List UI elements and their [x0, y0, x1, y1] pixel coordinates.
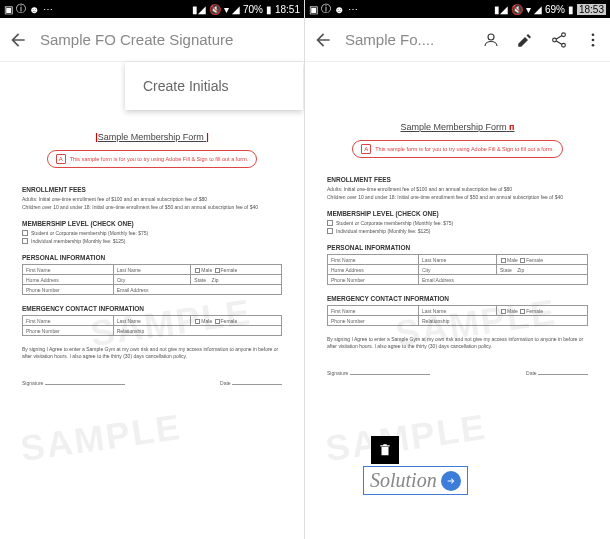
signature-text-box[interactable]: Solution [363, 466, 468, 495]
menu-dots-icon[interactable] [584, 31, 602, 49]
enrollment-title: ENROLLMENT FEES [22, 186, 282, 193]
signature-text: Solution [370, 469, 437, 492]
profile-icon[interactable] [482, 31, 500, 49]
agreement-text: By signing I Agree to enter a Sample Gym… [327, 336, 588, 349]
membership-opt1[interactable]: Student or Corporate membership (Monthly… [327, 220, 588, 226]
battery-icon: ▮ [568, 4, 574, 15]
battery-icon: ▮ [266, 4, 272, 15]
mute-icon: 🔇 [209, 4, 221, 15]
app-header: Sample Fo.... [305, 18, 610, 62]
membership-opt1[interactable]: Student or Corporate membership (Monthly… [22, 230, 282, 236]
enrollment-line1: Adults: Initial one-time enrollment fee … [327, 186, 588, 192]
doc-title: |Sample Membership Form | [22, 132, 282, 142]
date-field[interactable] [232, 377, 282, 385]
doc-title: Sample Membership Form п [327, 122, 588, 132]
date-field[interactable] [538, 367, 588, 375]
app-header: Sample FO Create Signature [0, 18, 304, 62]
emergency-title: EMERGENCY CONTACT INFORMATION [22, 305, 282, 312]
checkbox-icon[interactable] [22, 230, 28, 236]
checkbox-icon[interactable] [327, 228, 333, 234]
checkbox-icon[interactable] [327, 220, 333, 226]
enrollment-title: ENROLLMENT FEES [327, 176, 588, 183]
vibrate-icon: ▮◢ [494, 4, 508, 15]
trash-icon [378, 443, 392, 457]
more-icon: ⋯ [348, 4, 358, 15]
signature-field[interactable] [45, 377, 125, 385]
status-bar: ▣ ⓘ ☻ ⋯ ▮◢ 🔇 ▾ ◢ 70% ▮ 18:51 [0, 0, 304, 18]
mute-icon: 🔇 [511, 4, 523, 15]
smile-icon: ☻ [29, 4, 40, 15]
svg-point-5 [592, 38, 595, 41]
battery-text: 70% [243, 4, 263, 15]
signal-icon: ◢ [232, 4, 240, 15]
menu-create-initials[interactable]: Create Initials [125, 62, 303, 110]
personal-table[interactable]: First NameLast NameMale Female Home Addr… [327, 254, 588, 285]
signature-overlay: Solution [363, 436, 468, 495]
info-icon: ⓘ [321, 2, 331, 16]
vibrate-icon: ▮◢ [192, 4, 206, 15]
svg-point-1 [562, 32, 566, 36]
signal-icon: ◢ [534, 4, 542, 15]
info-pill: AThis sample form is for you to try usin… [352, 140, 563, 158]
a-icon: A [56, 154, 66, 164]
wifi-icon: ▾ [526, 4, 531, 15]
page-title: Sample FO Create Signature [40, 31, 296, 48]
enrollment-line2: Children over 10 and under 18: Initial o… [327, 194, 588, 200]
back-arrow-icon[interactable] [8, 30, 28, 50]
membership-opt2[interactable]: Individual membership (Monthly fee: $125… [327, 228, 588, 234]
svg-point-4 [592, 33, 595, 36]
sign-icon[interactable] [516, 31, 534, 49]
status-bar: ▣ ⓘ ☻ ⋯ ▮◢ 🔇 ▾ ◢ 69% ▮ 18:53 [305, 0, 610, 18]
watermark: SAMPLE [18, 406, 184, 470]
checkbox-icon[interactable] [22, 238, 28, 244]
emergency-table[interactable]: First NameLast NameMale Female Phone Num… [22, 315, 282, 336]
document-area[interactable]: SAMPLE SAMPLE Sample Membership Form п A… [305, 62, 610, 539]
svg-point-6 [592, 43, 595, 46]
clock: 18:53 [577, 4, 606, 15]
personal-title: PERSONAL INFORMATION [22, 254, 282, 261]
more-icon: ⋯ [43, 4, 53, 15]
menu-popup: Create Initials [125, 62, 303, 110]
membership-title: MEMBERSHIP LEVEL (CHECK ONE) [22, 220, 282, 227]
info-pill: AThis sample form is for you to try usin… [47, 150, 258, 168]
delete-signature-button[interactable] [371, 436, 399, 464]
membership-opt2[interactable]: Individual membership (Monthly fee: $125… [22, 238, 282, 244]
signature-row: Signature Date [22, 377, 282, 386]
info-icon: ⓘ [16, 2, 26, 16]
image-icon: ▣ [4, 4, 13, 15]
battery-text: 69% [545, 4, 565, 15]
agreement-text: By signing I Agree to enter a Sample Gym… [22, 346, 282, 359]
svg-point-0 [488, 34, 494, 40]
a-icon: A [361, 144, 371, 154]
page-title: Sample Fo.... [345, 31, 482, 48]
clock: 18:51 [275, 4, 300, 15]
wifi-icon: ▾ [224, 4, 229, 15]
personal-table[interactable]: First NameLast NameMale Female Home Addr… [22, 264, 282, 295]
enrollment-line1: Adults: Initial one-time enrollment fee … [22, 196, 282, 202]
signature-row: Signature Date [327, 367, 588, 376]
signature-field[interactable] [350, 367, 430, 375]
back-arrow-icon[interactable] [313, 30, 333, 50]
svg-point-2 [553, 38, 557, 42]
document-area[interactable]: SAMPLE SAMPLE |Sample Membership Form | … [0, 62, 304, 539]
image-icon: ▣ [309, 4, 318, 15]
emergency-title: EMERGENCY CONTACT INFORMATION [327, 295, 588, 302]
smile-icon: ☻ [334, 4, 345, 15]
personal-title: PERSONAL INFORMATION [327, 244, 588, 251]
share-icon[interactable] [550, 31, 568, 49]
membership-title: MEMBERSHIP LEVEL (CHECK ONE) [327, 210, 588, 217]
svg-point-3 [562, 43, 566, 47]
arrow-right-icon[interactable] [441, 471, 461, 491]
enrollment-line2: Children over 10 and under 18: Initial o… [22, 204, 282, 210]
emergency-table[interactable]: First NameLast NameMale Female Phone Num… [327, 305, 588, 326]
